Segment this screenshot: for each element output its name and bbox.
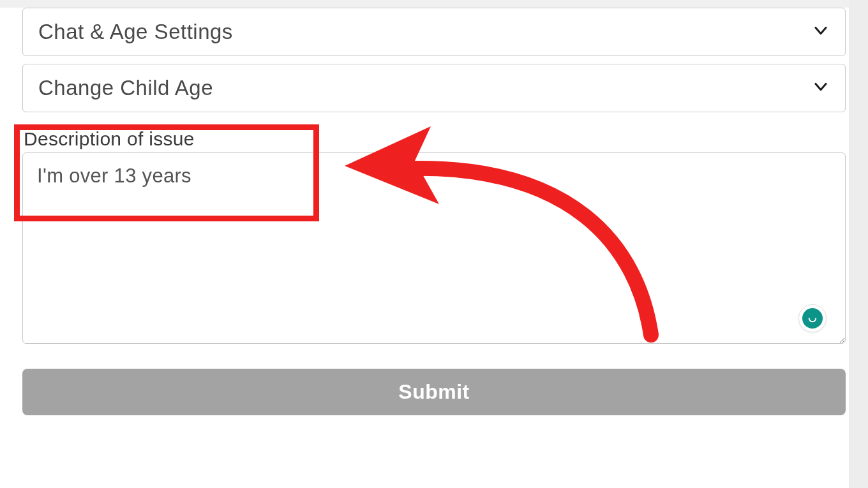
description-label: Description of issue: [22, 128, 846, 150]
submit-button[interactable]: Submit: [22, 369, 846, 415]
dropdown-chat-age-settings[interactable]: Chat & Age Settings: [22, 8, 846, 56]
textarea-wrapper: [22, 152, 846, 346]
grammarly-icon: [802, 308, 823, 329]
chevron-down-icon: [812, 78, 830, 98]
chevron-down-icon: [812, 22, 830, 42]
right-background-strip: [849, 0, 868, 488]
grammarly-badge[interactable]: [798, 304, 827, 332]
dropdown-label: Chat & Age Settings: [38, 20, 233, 44]
dropdown-label: Change Child Age: [38, 76, 213, 100]
form-container: Chat & Age Settings Change Child Age Des…: [0, 8, 868, 488]
dropdown-change-child-age[interactable]: Change Child Age: [22, 64, 846, 112]
description-textarea[interactable]: [22, 152, 846, 344]
